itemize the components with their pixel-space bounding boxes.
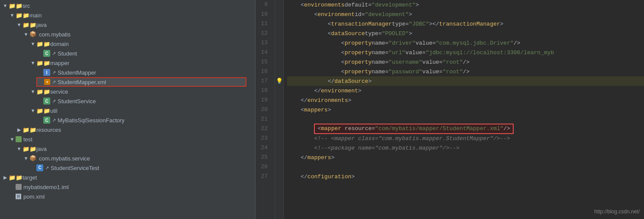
code-12-tag: dataSource (331, 30, 365, 37)
code-17-close: > (368, 78, 372, 85)
tree-item-test[interactable]: test (0, 134, 255, 144)
code-11-close: ></ (429, 21, 439, 27)
code-18-close: > (358, 88, 362, 94)
tree-item-student[interactable]: C ↗ Student (0, 49, 255, 58)
code-14-attr1: name= (372, 49, 388, 56)
code-20-indent (287, 107, 301, 113)
code-15-val1: "username" (388, 59, 422, 65)
label-resources: resources (36, 127, 61, 133)
gutter-9 (275, 0, 283, 10)
code-14-bracket: < (341, 49, 345, 56)
tree-item-target[interactable]: 📁 target (0, 173, 255, 182)
tree-item-com-mybatis[interactable]: 📦 com.mybatis (0, 29, 255, 39)
tree-item-com-mybatis-service[interactable]: 📦 com.mybatis.service (0, 154, 255, 163)
folder-icon-src: 📁 (9, 3, 23, 9)
code-16-tag: property (345, 69, 372, 75)
label-pom: pom.xml (23, 193, 45, 200)
line-num-20: 20 (256, 105, 271, 114)
tree-item-src[interactable]: 📁 src (0, 1, 255, 10)
decorator-student: ↗ (52, 51, 56, 56)
tree-item-domain[interactable]: 📁 domain (0, 39, 255, 49)
label-java: java (36, 22, 47, 28)
code-15-attr1: name= (372, 59, 388, 65)
gutter-23 (275, 134, 283, 143)
code-10-val: "development" (365, 11, 408, 18)
decorator-studentmapper-interface: ↗ (52, 70, 56, 75)
code-18-indent (287, 88, 314, 94)
arrow-com-mybatis (23, 32, 29, 37)
code-17-tag: dataSource (334, 78, 368, 85)
code-17-bracket: </ (328, 78, 335, 85)
code-16-end: /> (463, 69, 470, 75)
code-line-25: </mappers> (287, 153, 644, 162)
tree-item-iml[interactable]: mybatisdemo1.iml (0, 182, 255, 192)
code-18-tag: environment (321, 88, 358, 94)
gutter-21 (275, 114, 283, 124)
line-num-16: 16 (256, 67, 271, 76)
gutter-18 (275, 86, 283, 95)
code-11-val: "JDBC" (409, 21, 429, 27)
code-11-tag: transactionManager (331, 21, 392, 27)
gutter-26 (275, 162, 283, 172)
testclass-icon-studentservicetest: C (36, 164, 43, 171)
arrow-domain (29, 41, 36, 46)
code-line-27: </configuration> (287, 172, 644, 181)
tree-item-java-test[interactable]: 📁 java (0, 144, 255, 154)
tree-item-resources[interactable]: 📁 resources (0, 125, 255, 134)
code-12-close: > (409, 30, 412, 37)
folder-icon-mapper: 📁 (36, 60, 50, 66)
xml-icon-studentmapper: x (44, 79, 50, 85)
folder-icon-domain: 📁 (36, 41, 50, 47)
code-15-indent (287, 59, 341, 65)
tree-item-mybatisfactory[interactable]: C ↗ MyBatisSqlSessionFactory (0, 115, 255, 125)
label-target: target (23, 174, 37, 181)
label-com-mybatis-service: com.mybatis.service (39, 155, 90, 162)
decorator-mybatisfactory: ↗ (52, 118, 56, 123)
tree-item-util[interactable]: 📁 util (0, 106, 255, 115)
interface-icon-studentmapper: I (43, 69, 50, 76)
line-num-14: 14 (256, 48, 271, 57)
code-line-15: <property name="username" value="root" /… (287, 57, 644, 67)
tree-item-main[interactable]: 📁 main (0, 10, 255, 20)
code-9-val: "development" (372, 2, 415, 8)
folder-icon-java-test: 📁 (23, 146, 36, 152)
line-num-9: 9 (256, 0, 271, 10)
code-20-bracket: < (301, 107, 304, 113)
code-line-22: <mapper resource="com/mybatis/mapper/Stu… (287, 124, 644, 134)
folder-icon-resources: 📁 (23, 127, 36, 133)
tree-item-studentservice[interactable]: C ↗ StudentService (0, 96, 255, 106)
gutter-22 (275, 124, 283, 134)
code-22-end: /> (504, 125, 511, 132)
code-15-end: /> (463, 59, 470, 65)
arrow-service (29, 89, 36, 94)
label-studentmapper-xml: StudentMapper.xml (58, 79, 106, 85)
tree-item-pom[interactable]: 🅼 pom.xml (0, 192, 255, 201)
arrow-com-mybatis-service (23, 156, 29, 161)
tree-item-studentservicetest[interactable]: C ↗ StudentServiceTest (0, 163, 255, 173)
code-line-12: <dataSource type="POOLED"> (287, 29, 644, 38)
tree-item-studentmapper-xml[interactable]: x ↗ StudentMapper.xml (36, 77, 246, 87)
code-11-end: > (500, 21, 504, 27)
tree-item-service[interactable]: 📁 service (0, 87, 255, 96)
tree-item-mapper[interactable]: 📁 mapper (0, 58, 255, 68)
file-tree: 📁 src 📁 main 📁 java 📦 com.mybatis 📁 doma… (0, 0, 256, 219)
code-27-indent (287, 173, 301, 180)
label-com-mybatis: com.mybatis (39, 31, 71, 38)
code-23-indent (287, 135, 314, 142)
folder-icon-test (16, 136, 22, 142)
class-icon-mybatisfactory: C (43, 117, 50, 124)
code-22-val: "com/mybatis/mapper/StudentMapper.xml" (375, 125, 503, 132)
folder-icon-target: 📁 (9, 174, 23, 181)
gutter-16 (275, 67, 283, 76)
tree-item-studentmapper-interface[interactable]: I ↗ StudentMapper (0, 68, 255, 77)
label-studentmapper-interface: StudentMapper (58, 69, 96, 76)
code-22-tag: mapper (321, 125, 341, 132)
code-14-attr2: value= (405, 49, 426, 56)
line-num-19: 19 (256, 95, 271, 105)
line-num-24: 24 (256, 143, 271, 153)
gutter-19 (275, 95, 283, 105)
code-9-tag: environments (304, 2, 345, 8)
tree-item-java[interactable]: 📁 java (0, 20, 255, 29)
label-util: util (50, 108, 58, 114)
code-line-20: <mappers> (287, 105, 644, 114)
